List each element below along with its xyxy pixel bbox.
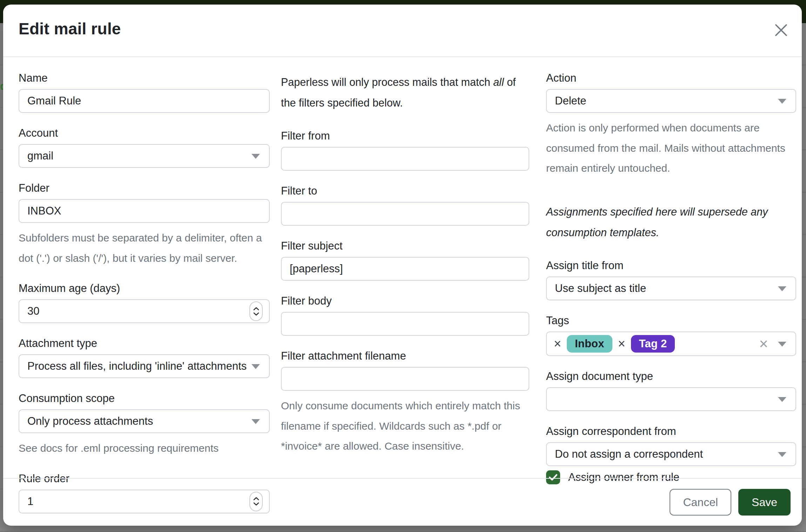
tags-multiselect[interactable]: × Inbox × Tag 2 × [546, 332, 796, 356]
account-field-group: Account gmail [19, 127, 270, 168]
dialog-title: Edit mail rule [19, 19, 121, 38]
filter-subject-field-group: Filter subject [paperless] [281, 240, 529, 281]
dialog-header: Edit mail rule [3, 5, 802, 57]
account-value: gmail [27, 150, 53, 162]
filters-intro-text: Paperless will only process mails that m… [281, 72, 529, 114]
account-select[interactable]: gmail [19, 144, 270, 168]
consumption-scope-help-text: See docs for .eml processing requirement… [19, 438, 270, 458]
name-field-group: Name Gmail Rule [19, 72, 270, 113]
filter-filename-help-text: Only consume documents which entirely ma… [281, 396, 529, 456]
consumption-scope-value: Only process attachments [27, 415, 153, 428]
close-button[interactable] [773, 22, 789, 38]
action-help-text: Action is only performed when documents … [546, 118, 796, 178]
account-label: Account [19, 127, 270, 139]
max-age-field-group: Maximum age (days) 30 [19, 282, 270, 323]
tags-label: Tags [546, 314, 796, 327]
attachment-type-label: Attachment type [19, 337, 270, 350]
consumption-scope-label: Consumption scope [19, 392, 270, 405]
filter-subject-label: Filter subject [281, 240, 529, 252]
attachment-type-field-group: Attachment type Process all files, inclu… [19, 337, 270, 378]
tag-chip: Inbox [567, 335, 612, 353]
chevron-down-icon [778, 99, 786, 104]
action-field-group: Action Delete Action is only performed w… [546, 72, 796, 178]
assignments-note: Assignments specified here will supersed… [546, 202, 796, 243]
remove-tag-icon[interactable]: × [618, 337, 625, 350]
folder-field-group: Folder INBOX Subfolders must be separate… [19, 182, 270, 268]
filter-from-label: Filter from [281, 130, 529, 142]
close-icon [773, 34, 789, 39]
chevron-down-icon [778, 397, 786, 402]
number-stepper[interactable] [249, 301, 263, 321]
filter-filename-label: Filter attachment filename [281, 350, 529, 362]
name-input[interactable]: Gmail Rule [19, 89, 270, 113]
action-select[interactable]: Delete [546, 89, 796, 113]
filter-body-label: Filter body [281, 295, 529, 307]
chevron-down-icon [251, 419, 260, 424]
remove-tag-icon[interactable]: × [554, 337, 561, 350]
filter-subject-value: [paperless] [290, 262, 343, 275]
assign-doctype-select[interactable] [546, 387, 796, 411]
clear-all-tags-icon[interactable]: × [759, 336, 768, 352]
dialog-footer: Cancel Save [3, 478, 802, 526]
edit-mail-rule-dialog: Edit mail rule Name Gmail Rule Account [3, 5, 802, 526]
assign-title-value: Use subject as title [555, 282, 646, 295]
assign-correspondent-value: Do not assign a correspondent [555, 448, 703, 461]
filter-to-label: Filter to [281, 185, 529, 197]
filter-from-field-group: Filter from [281, 130, 529, 171]
assign-doctype-label: Assign document type [546, 370, 796, 383]
column-filters: Paperless will only process mails that m… [281, 72, 529, 479]
max-age-label: Maximum age (days) [19, 282, 270, 295]
tag-chip: Tag 2 [631, 335, 675, 353]
chevron-down-icon [251, 364, 260, 369]
screen: d Edit mail rule Name Gmail Rule [0, 0, 806, 532]
action-value: Delete [555, 95, 586, 107]
folder-help-text: Subfolders must be separated by a delimi… [19, 228, 270, 268]
max-age-value: 30 [27, 305, 39, 318]
consumption-scope-select[interactable]: Only process attachments [19, 409, 270, 433]
filter-from-input[interactable] [281, 147, 529, 171]
filter-to-input[interactable] [281, 202, 529, 226]
filter-filename-input[interactable] [281, 367, 529, 391]
assign-correspondent-label: Assign correspondent from [546, 425, 796, 438]
action-label: Action [546, 72, 796, 84]
attachment-type-select[interactable]: Process all files, including 'inline' at… [19, 354, 270, 378]
filter-body-field-group: Filter body [281, 295, 529, 336]
save-button[interactable]: Save [738, 489, 791, 516]
assign-title-label: Assign title from [546, 259, 796, 272]
assign-correspondent-field-group: Assign correspondent from Do not assign … [546, 425, 796, 466]
folder-label: Folder [19, 182, 270, 195]
name-label: Name [19, 72, 270, 84]
max-age-input[interactable]: 30 [19, 299, 270, 323]
assign-doctype-field-group: Assign document type [546, 370, 796, 411]
consumption-scope-field-group: Consumption scope Only process attachmen… [19, 392, 270, 458]
chevron-down-icon [778, 452, 786, 457]
cancel-button[interactable]: Cancel [670, 489, 731, 516]
name-value: Gmail Rule [27, 95, 81, 107]
column-general: Name Gmail Rule Account gmail Folder I [19, 72, 270, 479]
dialog-body: Name Gmail Rule Account gmail Folder I [3, 57, 802, 479]
chevron-down-icon [251, 154, 260, 159]
filter-subject-input[interactable]: [paperless] [281, 257, 529, 281]
filter-to-field-group: Filter to [281, 185, 529, 226]
folder-value: INBOX [27, 205, 61, 217]
filter-filename-field-group: Filter attachment filename Only consume … [281, 350, 529, 456]
attachment-type-value: Process all files, including 'inline' at… [27, 360, 247, 373]
folder-input[interactable]: INBOX [19, 199, 270, 223]
assign-correspondent-select[interactable]: Do not assign a correspondent [546, 442, 796, 466]
assign-title-field-group: Assign title from Use subject as title [546, 259, 796, 300]
chevron-down-icon [778, 342, 786, 347]
tags-field-group: Tags × Inbox × Tag 2 × [546, 314, 796, 356]
column-action-assignments: Action Delete Action is only performed w… [546, 72, 796, 479]
chevron-down-icon [778, 286, 786, 291]
assign-title-select[interactable]: Use subject as title [546, 277, 796, 300]
filter-body-input[interactable] [281, 312, 529, 336]
